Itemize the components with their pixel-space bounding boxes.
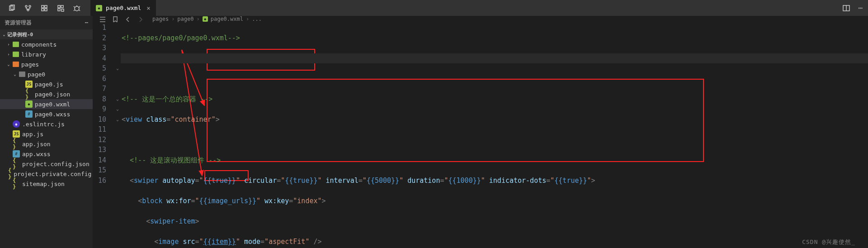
grid-icon[interactable]	[41, 5, 48, 12]
sidebar: 资源管理器 ⋯ ⌄ 记录例程-0 ›components›library⌄pag…	[0, 16, 93, 248]
line-numbers: 12345678910111213141516	[93, 23, 114, 248]
svg-point-2	[25, 5, 27, 7]
svg-rect-10	[61, 5, 63, 8]
titlebar-right-icons: ⋯	[837, 4, 868, 12]
titlebar-left-icons	[0, 5, 89, 12]
tab-label: page0.wxml	[106, 5, 141, 11]
tree-item-components[interactable]: ›components	[0, 39, 93, 49]
close-icon[interactable]: ×	[146, 5, 150, 12]
chevron-down-icon: ⌄	[2, 32, 6, 37]
svg-rect-5	[42, 5, 44, 8]
fold-column: ⌄⌄⌄⌄	[114, 23, 121, 248]
breadcrumb[interactable]: pages› page0› ◆ page0.wxml› ...	[152, 16, 262, 22]
editor: pages› page0› ◆ page0.wxml› ... 12345678…	[93, 16, 868, 248]
svg-point-13	[75, 6, 79, 11]
tree-item-sitemap-json[interactable]: { }sitemap.json	[0, 179, 93, 189]
more-icon[interactable]: ⋯	[858, 4, 863, 12]
main: 资源管理器 ⋯ ⌄ 记录例程-0 ›components›library⌄pag…	[0, 16, 868, 248]
back-icon[interactable]	[124, 16, 131, 22]
tree-item-page0-wxss[interactable]: #page0.wxss	[0, 109, 93, 119]
wxml-file-icon: ◆	[203, 16, 208, 22]
svg-point-3	[29, 5, 31, 7]
code-area[interactable]: 12345678910111213141516 ⌄⌄⌄⌄ <!--pages/p…	[93, 23, 868, 248]
tree-item-page0-json[interactable]: { }page0.json	[0, 89, 93, 99]
svg-rect-12	[61, 9, 64, 11]
tree-item--eslintrc-js[interactable]: ◉.eslintrc.js	[0, 119, 93, 129]
wxml-file-icon: ◆	[96, 5, 102, 11]
svg-rect-6	[45, 5, 47, 8]
tree-item-page0-js[interactable]: JSpage0.js	[0, 79, 93, 89]
split-icon[interactable]	[843, 5, 850, 12]
tree-item-page0[interactable]: ⌄page0	[0, 69, 93, 79]
sidebar-title: 资源管理器 ⋯	[0, 16, 93, 29]
copy-icon[interactable]	[8, 5, 15, 12]
bookmark-icon[interactable]	[112, 16, 118, 22]
svg-rect-9	[58, 5, 60, 8]
tree-item-app-json[interactable]: { }app.json	[0, 139, 93, 149]
bug-icon[interactable]	[73, 5, 80, 12]
list-icon[interactable]	[99, 16, 105, 22]
section-header[interactable]: ⌄ 记录例程-0	[0, 29, 93, 39]
forward-icon[interactable]	[137, 16, 143, 22]
code-content[interactable]: <!--pages/page0/page0.wxml--> <!-- 这是一个总…	[121, 23, 868, 248]
tree-item-library[interactable]: ›library	[0, 49, 93, 59]
svg-rect-7	[42, 9, 44, 11]
branch-icon[interactable]	[24, 5, 32, 12]
watermark: CSDN @兴趣使然_	[802, 238, 855, 246]
tree-item-pages[interactable]: ⌄pages	[0, 59, 93, 69]
extensions-icon[interactable]	[57, 5, 64, 12]
tree-item-project-config-json[interactable]: { }project.config.json	[0, 159, 93, 169]
titlebar: ◆ page0.wxml × ⋯	[0, 0, 868, 16]
svg-rect-8	[45, 9, 47, 11]
file-tree: ›components›library⌄pages⌄page0JSpage0.j…	[0, 39, 93, 189]
editor-toolbar: pages› page0› ◆ page0.wxml› ...	[93, 16, 868, 23]
svg-rect-11	[58, 9, 60, 11]
more-icon[interactable]: ⋯	[85, 19, 88, 26]
tab-page0-wxml[interactable]: ◆ page0.wxml ×	[90, 0, 156, 16]
tree-item-page0-wxml[interactable]: ◆page0.wxml	[0, 99, 93, 109]
